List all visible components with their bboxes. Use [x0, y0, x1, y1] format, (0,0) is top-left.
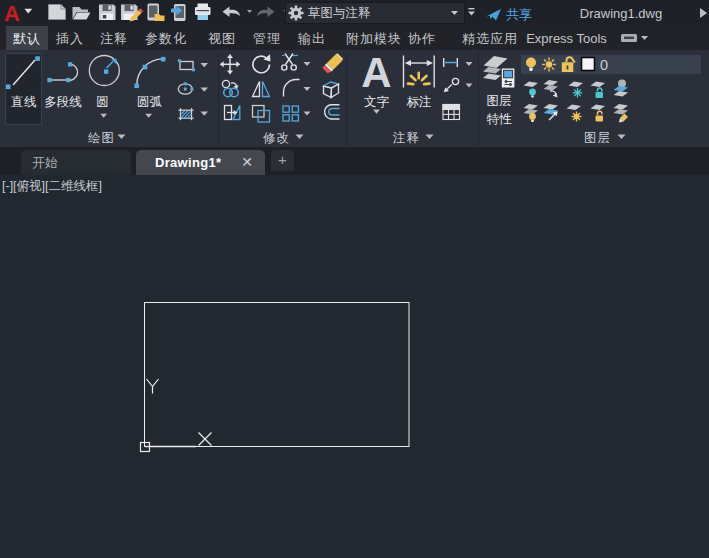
svg-text:A: A [361, 50, 391, 96]
svg-text:0: 0 [600, 57, 608, 73]
